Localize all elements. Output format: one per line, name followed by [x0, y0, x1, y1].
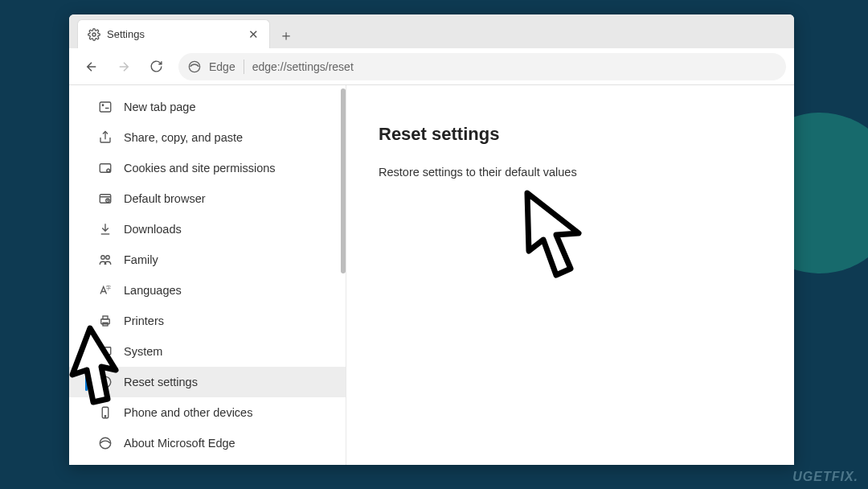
sidebar-item-label: Phone and other devices	[124, 406, 252, 419]
sidebar-item-about[interactable]: About Microsoft Edge	[69, 428, 346, 458]
close-icon[interactable]: ✕	[247, 28, 260, 41]
svg-rect-4	[100, 164, 111, 173]
browser-window: Settings ✕ ＋ Edge edge://settings/reset	[69, 14, 794, 465]
svg-rect-14	[100, 347, 111, 355]
sidebar-item-label: About Microsoft Edge	[124, 437, 235, 450]
tab-settings[interactable]: Settings ✕	[77, 19, 270, 48]
new-tab-button[interactable]: ＋	[273, 23, 299, 48]
sidebar-item-cookies[interactable]: Cookies and site permissions	[69, 153, 346, 183]
sidebar-item-share[interactable]: Share, copy, and paste	[69, 122, 346, 153]
back-button[interactable]	[77, 52, 106, 81]
system-icon	[98, 344, 113, 359]
sidebar-item-family[interactable]: Family	[69, 244, 346, 275]
sidebar-item-reset-settings[interactable]: Reset settings	[69, 367, 346, 397]
address-bar[interactable]: Edge edge://settings/reset	[178, 53, 786, 80]
download-icon	[98, 222, 113, 236]
page-heading: Reset settings	[379, 124, 762, 145]
tab-bar: Settings ✕ ＋	[69, 14, 794, 48]
svg-point-17	[100, 438, 111, 449]
phone-icon	[98, 405, 113, 420]
cookies-icon	[98, 161, 113, 175]
edge-logo-icon	[188, 60, 201, 73]
toolbar: Edge edge://settings/reset	[69, 48, 794, 85]
svg-rect-12	[103, 316, 108, 319]
languages-icon: 字	[98, 283, 113, 298]
sidebar-item-system[interactable]: System	[69, 336, 346, 367]
sidebar-item-printers[interactable]: Printers	[69, 306, 346, 336]
watermark: UGETFIX.	[792, 470, 858, 484]
sidebar-item-downloads[interactable]: Downloads	[69, 214, 346, 244]
content-area: New tab page Share, copy, and paste Cook…	[69, 85, 794, 465]
reset-option[interactable]: Restore settings to their default values	[379, 166, 762, 179]
svg-point-3	[102, 105, 104, 106]
reset-icon	[98, 375, 113, 389]
address-url: edge://settings/reset	[252, 60, 354, 73]
sidebar-item-languages[interactable]: 字 Languages	[69, 275, 346, 306]
svg-point-5	[107, 169, 110, 172]
svg-point-0	[92, 33, 96, 36]
sidebar-item-label: Printers	[124, 314, 164, 327]
sidebar-item-label: Default browser	[124, 192, 206, 205]
printer-icon	[98, 314, 113, 328]
default-browser-icon	[98, 191, 113, 206]
main-panel: Reset settings Restore settings to their…	[346, 85, 794, 465]
sidebar-item-label: New tab page	[124, 101, 195, 113]
svg-text:字: 字	[106, 285, 111, 290]
gear-icon	[88, 28, 100, 41]
svg-point-9	[106, 256, 110, 260]
share-icon	[98, 130, 113, 145]
sidebar-item-label: Share, copy, and paste	[124, 131, 243, 144]
svg-point-16	[104, 416, 106, 417]
settings-sidebar: New tab page Share, copy, and paste Cook…	[69, 85, 346, 465]
new-tab-icon	[98, 100, 113, 114]
svg-point-8	[101, 256, 105, 260]
sidebar-item-label: Downloads	[124, 223, 182, 236]
sidebar-item-default-browser[interactable]: Default browser	[69, 183, 346, 214]
address-divider	[244, 60, 244, 74]
sidebar-item-label: Reset settings	[124, 376, 198, 388]
family-icon	[98, 253, 113, 267]
sidebar-item-label: Languages	[124, 284, 182, 297]
svg-rect-2	[100, 102, 111, 112]
sidebar-item-label: System	[124, 345, 162, 358]
tab-title: Settings	[107, 28, 240, 40]
sidebar-item-label: Cookies and site permissions	[124, 162, 276, 175]
sidebar-item-new-tab-page[interactable]: New tab page	[69, 92, 346, 122]
address-label: Edge	[209, 60, 235, 73]
sidebar-item-label: Family	[124, 253, 158, 266]
forward-button[interactable]	[109, 52, 138, 81]
refresh-button[interactable]	[141, 52, 170, 81]
sidebar-item-phone[interactable]: Phone and other devices	[69, 397, 346, 428]
edge-icon	[98, 436, 113, 450]
